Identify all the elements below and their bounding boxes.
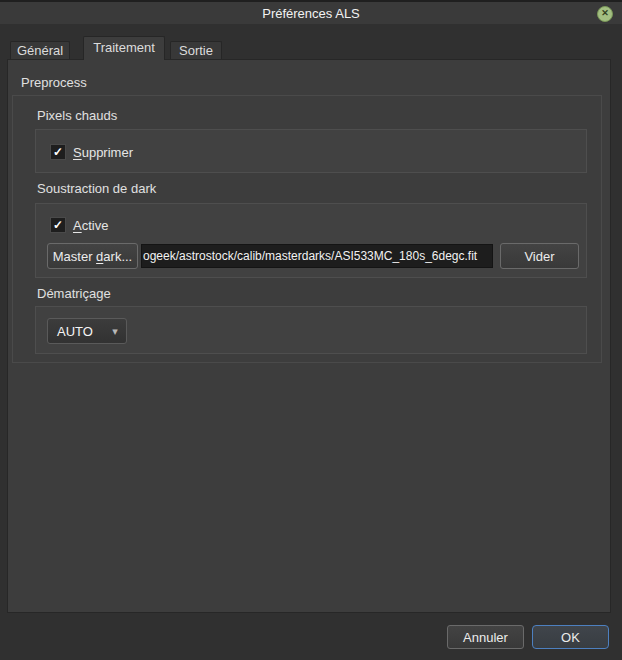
- chevron-down-icon: ▾: [104, 325, 126, 338]
- preprocess-group-title: Preprocess: [21, 75, 87, 90]
- hot-pixels-frame: ✓ Supprimer: [35, 129, 587, 173]
- master-dark-button[interactable]: Master dark...: [47, 243, 138, 269]
- close-icon: ✕: [601, 8, 609, 18]
- debayer-select[interactable]: AUTO ▾: [47, 318, 127, 344]
- close-button[interactable]: ✕: [597, 6, 613, 22]
- tab-label: Sortie: [179, 43, 213, 58]
- master-dark-button-label: Master dark...: [53, 249, 132, 264]
- cancel-button[interactable]: Annuler: [447, 625, 524, 649]
- debayer-selected-value: AUTO: [48, 324, 104, 339]
- tab-sortie[interactable]: Sortie: [170, 41, 222, 59]
- ok-button[interactable]: OK: [532, 625, 609, 649]
- dark-subtraction-frame: ✓ Active Master dark... Vider: [35, 203, 587, 278]
- titlebar: Préférences ALS ✕: [0, 0, 622, 24]
- checkbox-checked-icon[interactable]: ✓: [50, 217, 66, 233]
- active-checkbox-label: Active: [73, 218, 108, 233]
- cancel-button-label: Annuler: [463, 630, 508, 645]
- supprimer-checkbox-label: Supprimer: [73, 145, 133, 160]
- debayer-frame: AUTO ▾: [35, 306, 587, 354]
- debayer-group-title: Dématriçage: [37, 286, 111, 301]
- checkbox-checked-icon[interactable]: ✓: [50, 144, 66, 160]
- tab-general[interactable]: Général: [10, 41, 70, 59]
- preferences-dialog: Préférences ALS ✕ Général Traitement Sor…: [0, 0, 622, 660]
- tab-traitement[interactable]: Traitement: [83, 36, 165, 60]
- window-title: Préférences ALS: [0, 4, 622, 24]
- dark-subtraction-group-title: Soustraction de dark: [37, 181, 156, 196]
- vider-button-label: Vider: [524, 249, 554, 264]
- tab-label: Traitement: [93, 40, 155, 55]
- preprocess-group: Pixels chauds ✓ Supprimer Soustraction d…: [12, 95, 602, 363]
- supprimer-checkbox[interactable]: ✓ Supprimer: [50, 130, 133, 174]
- master-dark-path-input[interactable]: [141, 244, 493, 268]
- active-checkbox[interactable]: ✓ Active: [50, 210, 108, 240]
- tab-label: Général: [17, 43, 63, 58]
- vider-button[interactable]: Vider: [500, 243, 579, 269]
- hot-pixels-group-title: Pixels chauds: [37, 108, 117, 123]
- tab-pane-traitement: Preprocess Pixels chauds ✓ Supprimer Sou…: [7, 59, 611, 613]
- ok-button-label: OK: [561, 630, 580, 645]
